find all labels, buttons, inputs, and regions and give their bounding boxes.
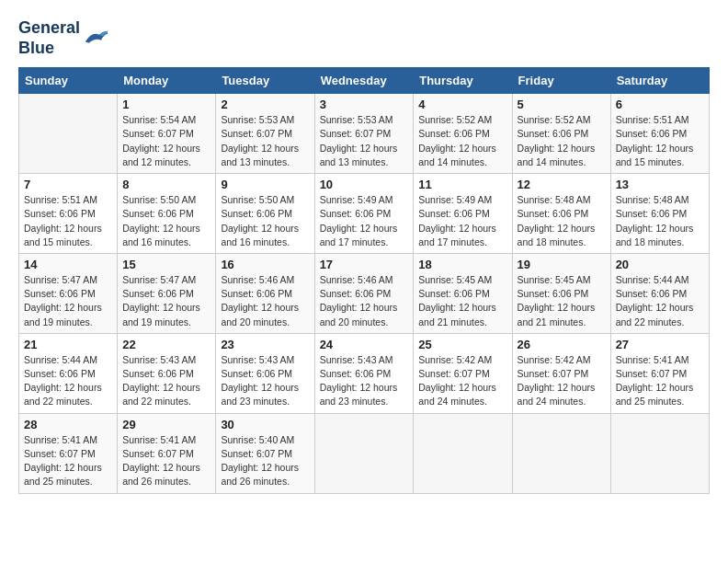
day-number: 2 <box>221 98 309 111</box>
day-cell: 18Sunrise: 5:45 AMSunset: 6:06 PMDayligh… <box>414 253 512 333</box>
day-detail: Sunrise: 5:46 AMSunset: 6:06 PMDaylight:… <box>221 273 309 329</box>
day-detail: Sunrise: 5:48 AMSunset: 6:06 PMDaylight:… <box>518 193 606 249</box>
page-header: General Blue <box>18 18 710 58</box>
day-header-wednesday: Wednesday <box>314 68 414 94</box>
day-number: 4 <box>418 98 506 111</box>
day-cell: 20Sunrise: 5:44 AMSunset: 6:06 PMDayligh… <box>610 253 709 333</box>
day-number: 12 <box>518 178 606 191</box>
day-cell: 17Sunrise: 5:46 AMSunset: 6:06 PMDayligh… <box>314 253 414 333</box>
day-number: 14 <box>24 258 112 271</box>
day-number: 6 <box>616 98 704 111</box>
day-number: 5 <box>518 98 606 111</box>
day-cell: 14Sunrise: 5:47 AMSunset: 6:06 PMDayligh… <box>19 253 118 333</box>
day-cell: 7Sunrise: 5:51 AMSunset: 6:06 PMDaylight… <box>19 174 118 254</box>
day-detail: Sunrise: 5:50 AMSunset: 6:06 PMDaylight:… <box>221 193 309 249</box>
day-detail: Sunrise: 5:41 AMSunset: 6:07 PMDaylight:… <box>24 433 112 489</box>
day-header-thursday: Thursday <box>414 68 512 94</box>
calendar-table: SundayMondayTuesdayWednesdayThursdayFrid… <box>18 67 710 493</box>
logo: General Blue <box>18 18 109 58</box>
day-number: 25 <box>418 338 506 351</box>
day-number: 28 <box>24 418 112 431</box>
header-row: SundayMondayTuesdayWednesdayThursdayFrid… <box>19 68 710 94</box>
day-number: 24 <box>320 338 409 351</box>
day-cell: 6Sunrise: 5:51 AMSunset: 6:06 PMDaylight… <box>610 94 709 174</box>
day-cell: 25Sunrise: 5:42 AMSunset: 6:07 PMDayligh… <box>414 333 512 413</box>
day-number: 7 <box>24 178 112 191</box>
day-number: 27 <box>616 338 704 351</box>
day-number: 11 <box>418 178 506 191</box>
day-number: 21 <box>24 338 112 351</box>
day-cell: 11Sunrise: 5:49 AMSunset: 6:06 PMDayligh… <box>414 174 512 254</box>
day-number: 1 <box>122 98 210 111</box>
day-header-sunday: Sunday <box>19 68 118 94</box>
day-detail: Sunrise: 5:43 AMSunset: 6:06 PMDaylight:… <box>320 353 409 409</box>
week-row-5: 28Sunrise: 5:41 AMSunset: 6:07 PMDayligh… <box>19 413 710 493</box>
day-number: 23 <box>221 338 309 351</box>
day-number: 9 <box>221 178 309 191</box>
day-number: 30 <box>221 418 309 431</box>
logo-text: General Blue <box>18 18 80 58</box>
day-cell: 10Sunrise: 5:49 AMSunset: 6:06 PMDayligh… <box>314 174 414 254</box>
day-detail: Sunrise: 5:45 AMSunset: 6:06 PMDaylight:… <box>418 273 506 329</box>
day-cell: 22Sunrise: 5:43 AMSunset: 6:06 PMDayligh… <box>118 333 216 413</box>
day-cell: 24Sunrise: 5:43 AMSunset: 6:06 PMDayligh… <box>314 333 414 413</box>
day-detail: Sunrise: 5:46 AMSunset: 6:06 PMDaylight:… <box>320 273 409 329</box>
day-detail: Sunrise: 5:41 AMSunset: 6:07 PMDaylight:… <box>616 353 704 409</box>
day-cell: 8Sunrise: 5:50 AMSunset: 6:06 PMDaylight… <box>118 174 216 254</box>
day-number: 29 <box>122 418 210 431</box>
day-cell: 21Sunrise: 5:44 AMSunset: 6:06 PMDayligh… <box>19 333 118 413</box>
week-row-1: 1Sunrise: 5:54 AMSunset: 6:07 PMDaylight… <box>19 94 710 174</box>
day-detail: Sunrise: 5:49 AMSunset: 6:06 PMDaylight:… <box>320 193 409 249</box>
day-cell <box>19 94 118 174</box>
day-header-saturday: Saturday <box>610 68 709 94</box>
day-detail: Sunrise: 5:53 AMSunset: 6:07 PMDaylight:… <box>221 113 309 169</box>
day-header-monday: Monday <box>118 68 216 94</box>
day-number: 13 <box>616 178 704 191</box>
day-cell: 23Sunrise: 5:43 AMSunset: 6:06 PMDayligh… <box>216 333 314 413</box>
day-number: 20 <box>616 258 704 271</box>
day-detail: Sunrise: 5:43 AMSunset: 6:06 PMDaylight:… <box>221 353 309 409</box>
day-header-friday: Friday <box>512 68 610 94</box>
day-number: 18 <box>418 258 506 271</box>
day-cell: 29Sunrise: 5:41 AMSunset: 6:07 PMDayligh… <box>118 413 216 493</box>
day-number: 26 <box>518 338 606 351</box>
week-row-3: 14Sunrise: 5:47 AMSunset: 6:06 PMDayligh… <box>19 253 710 333</box>
day-cell: 13Sunrise: 5:48 AMSunset: 6:06 PMDayligh… <box>610 174 709 254</box>
day-detail: Sunrise: 5:40 AMSunset: 6:07 PMDaylight:… <box>221 433 309 489</box>
week-row-4: 21Sunrise: 5:44 AMSunset: 6:06 PMDayligh… <box>19 333 710 413</box>
day-detail: Sunrise: 5:52 AMSunset: 6:06 PMDaylight:… <box>518 113 606 169</box>
day-detail: Sunrise: 5:51 AMSunset: 6:06 PMDaylight:… <box>24 193 112 249</box>
day-number: 17 <box>320 258 409 271</box>
day-detail: Sunrise: 5:52 AMSunset: 6:06 PMDaylight:… <box>418 113 506 169</box>
day-number: 15 <box>122 258 210 271</box>
day-cell: 3Sunrise: 5:53 AMSunset: 6:07 PMDaylight… <box>314 94 414 174</box>
day-cell: 26Sunrise: 5:42 AMSunset: 6:07 PMDayligh… <box>512 333 610 413</box>
logo-bird-icon <box>82 27 109 50</box>
day-detail: Sunrise: 5:42 AMSunset: 6:07 PMDaylight:… <box>518 353 606 409</box>
day-number: 19 <box>518 258 606 271</box>
day-detail: Sunrise: 5:41 AMSunset: 6:07 PMDaylight:… <box>122 433 210 489</box>
day-cell: 4Sunrise: 5:52 AMSunset: 6:06 PMDaylight… <box>414 94 512 174</box>
day-cell: 15Sunrise: 5:47 AMSunset: 6:06 PMDayligh… <box>118 253 216 333</box>
day-cell: 19Sunrise: 5:45 AMSunset: 6:06 PMDayligh… <box>512 253 610 333</box>
day-number: 10 <box>320 178 409 191</box>
day-number: 16 <box>221 258 309 271</box>
day-detail: Sunrise: 5:48 AMSunset: 6:06 PMDaylight:… <box>616 193 704 249</box>
day-cell <box>512 413 610 493</box>
day-detail: Sunrise: 5:45 AMSunset: 6:06 PMDaylight:… <box>518 273 606 329</box>
day-number: 22 <box>122 338 210 351</box>
day-detail: Sunrise: 5:47 AMSunset: 6:06 PMDaylight:… <box>122 273 210 329</box>
day-detail: Sunrise: 5:49 AMSunset: 6:06 PMDaylight:… <box>418 193 506 249</box>
day-detail: Sunrise: 5:51 AMSunset: 6:06 PMDaylight:… <box>616 113 704 169</box>
day-detail: Sunrise: 5:50 AMSunset: 6:06 PMDaylight:… <box>122 193 210 249</box>
day-detail: Sunrise: 5:43 AMSunset: 6:06 PMDaylight:… <box>122 353 210 409</box>
day-number: 3 <box>320 98 409 111</box>
day-cell <box>610 413 709 493</box>
day-cell: 12Sunrise: 5:48 AMSunset: 6:06 PMDayligh… <box>512 174 610 254</box>
day-cell: 5Sunrise: 5:52 AMSunset: 6:06 PMDaylight… <box>512 94 610 174</box>
day-detail: Sunrise: 5:44 AMSunset: 6:06 PMDaylight:… <box>24 353 112 409</box>
day-cell: 27Sunrise: 5:41 AMSunset: 6:07 PMDayligh… <box>610 333 709 413</box>
day-cell: 2Sunrise: 5:53 AMSunset: 6:07 PMDaylight… <box>216 94 314 174</box>
day-cell <box>414 413 512 493</box>
day-cell: 9Sunrise: 5:50 AMSunset: 6:06 PMDaylight… <box>216 174 314 254</box>
